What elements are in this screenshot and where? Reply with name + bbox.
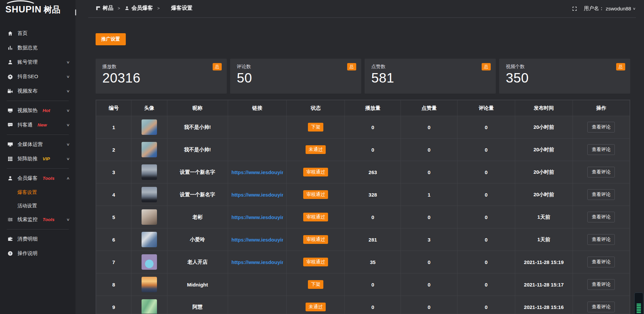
- sidebar-item[interactable]: 矩阵助推 VIP ∨: [0, 152, 75, 166]
- plays-count: 0: [345, 206, 401, 228]
- sidebar-item[interactable]: 全媒体运营 ∨: [0, 137, 75, 152]
- sidebar-item[interactable]: 会员爆客 Tools ∧: [0, 171, 75, 186]
- sidebar-item[interactable]: 爆客设置: [0, 186, 75, 199]
- chevron-icon: ∨: [66, 123, 70, 127]
- green-meter-bars: [636, 303, 641, 314]
- question-icon: [7, 251, 13, 256]
- sidebar-item-label: 全媒体运营: [17, 141, 43, 148]
- table-header-row: 编号 头像 昵称 链接 状态 播放量: [96, 100, 630, 116]
- table-row: 2 我不是小帅! 未通过 0 0 0 20小时前 查看评论: [96, 139, 630, 161]
- publish-time: 2021-11-28 15:17: [515, 273, 573, 296]
- row-number: 1: [96, 116, 131, 139]
- sidebar-item[interactable]: 抖客通 New ∨: [0, 118, 75, 132]
- sidebar-item-tag: Tools: [43, 217, 55, 222]
- likes-count: 0: [401, 161, 458, 184]
- stat-card: 视频个数 总 350: [499, 59, 630, 94]
- breadcrumb-item[interactable]: 爆客设置: [164, 5, 193, 12]
- sidebar-item-label: 线索监控: [17, 216, 38, 223]
- sidebar-item[interactable]: 账号管理 ∨: [0, 55, 75, 69]
- likes-count: 0: [401, 296, 458, 314]
- nickname: 老彬: [167, 206, 228, 228]
- table-row: 4 设置一个新名字 https://www.iesdouyin.c 审核通过 3…: [96, 184, 630, 206]
- username-menu[interactable]: 用户名：zswodun88 ∨: [584, 5, 635, 12]
- sidebar: SHUPIN树品 首页 数据总览: [0, 0, 75, 314]
- breadcrumb-item[interactable]: 会员爆客: [124, 5, 153, 12]
- sidebar-item-tag: VIP: [43, 156, 50, 161]
- view-comments-button[interactable]: 查看评论: [587, 167, 615, 177]
- nickname: 老人开店: [167, 251, 228, 273]
- view-comments-button[interactable]: 查看评论: [587, 234, 615, 245]
- sidebar-item-label: 首页: [17, 30, 28, 37]
- sidebar-item[interactable]: 抖音SEO ∨: [0, 69, 75, 84]
- likes-count: 0: [401, 206, 458, 228]
- breadcrumb-item[interactable]: 树品: [96, 5, 113, 12]
- view-comments-button[interactable]: 查看评论: [587, 302, 615, 312]
- column-header: 点赞量: [401, 100, 458, 116]
- nickname: Midnight: [167, 273, 228, 296]
- comments-count: 0: [458, 206, 515, 228]
- wallet-icon: [7, 236, 13, 242]
- avatar: [142, 187, 157, 202]
- video-link[interactable]: https://www.iesdouyin.c: [231, 192, 283, 198]
- breadcrumb-separator: >: [157, 6, 160, 11]
- status-badge: 审核通过: [303, 235, 328, 244]
- view-comments-button[interactable]: 查看评论: [587, 144, 615, 155]
- total-badge: 总: [482, 63, 491, 70]
- sidebar-item-label: 操作说明: [17, 250, 38, 257]
- fullscreen-icon[interactable]: [572, 6, 577, 11]
- publish-time: 20小时前: [515, 161, 573, 184]
- camera-icon: [7, 88, 13, 94]
- video-link[interactable]: https://www.iesdouyin.c: [231, 214, 283, 220]
- plays-count: 0: [345, 273, 401, 296]
- likes-count: 0: [401, 116, 458, 139]
- plays-count: 0: [345, 139, 401, 161]
- sidebar-item[interactable]: 视频发布 ∨: [0, 84, 75, 98]
- sidebar-item[interactable]: 线索监控 Tools ∨: [0, 212, 75, 227]
- row-number: 3: [96, 161, 131, 184]
- grid-icon: [7, 156, 13, 162]
- nickname: 小爱玲: [167, 228, 228, 251]
- row-number: 4: [96, 184, 131, 206]
- stat-value: 581: [371, 70, 489, 86]
- videos-table: 编号 头像 昵称 链接 状态 播放量: [96, 100, 630, 314]
- sidebar-item[interactable]: 首页: [0, 26, 75, 41]
- comments-count: 0: [458, 296, 515, 314]
- sidebar-item[interactable]: 视频加热 Hot ∨: [0, 103, 75, 118]
- view-comments-button[interactable]: 查看评论: [587, 212, 615, 222]
- stat-label: 点赞数: [371, 64, 489, 70]
- logo-arc: [4, 0, 37, 12]
- video-link[interactable]: https://www.iesdouyin.c: [231, 169, 283, 175]
- video-link[interactable]: https://www.iesdouyin.c: [231, 259, 283, 265]
- comments-count: 0: [458, 228, 515, 251]
- view-comments-button[interactable]: 查看评论: [587, 189, 615, 200]
- column-header: 昵称: [167, 100, 228, 116]
- view-comments-button[interactable]: 查看评论: [587, 279, 615, 290]
- sidebar-item[interactable]: 消费明细: [0, 232, 75, 246]
- comments-count: 0: [458, 251, 515, 273]
- view-comments-button[interactable]: 查看评论: [587, 257, 615, 267]
- sidebar-item[interactable]: 数据总览: [0, 41, 75, 55]
- likes-count: 0: [401, 273, 458, 296]
- table-row: 7 老人开店 https://www.iesdouyin.c 审核通过 35 0…: [96, 251, 630, 273]
- column-header: 评论量: [458, 100, 515, 116]
- person-icon: [124, 6, 129, 11]
- view-comments-button[interactable]: 查看评论: [587, 122, 615, 133]
- sidebar-item[interactable]: 操作说明: [0, 246, 75, 261]
- floating-widget[interactable]: [634, 293, 643, 314]
- status-badge: 审核通过: [303, 190, 328, 199]
- breadcrumb: 树品 > 会员爆客 > 爆客设置: [96, 5, 193, 12]
- column-header: 编号: [96, 100, 131, 116]
- chevron-icon: ∨: [66, 60, 70, 64]
- logo: SHUPIN树品: [0, 0, 75, 23]
- sidebar-item-tag: Hot: [43, 108, 50, 113]
- stat-label: 视频个数: [506, 64, 624, 70]
- dashboard-icon: [96, 6, 101, 11]
- table-row: 5 老彬 https://www.iesdouyin.c 审核通过 0 0 0 …: [96, 206, 630, 228]
- sidebar-item[interactable]: 活动设置: [0, 199, 75, 212]
- video-link[interactable]: https://www.iesdouyin.c: [231, 237, 283, 243]
- comments-count: 0: [458, 116, 515, 139]
- promo-settings-button[interactable]: 推广设置: [96, 33, 126, 45]
- sidebar-item-label: 爆客设置: [17, 189, 37, 196]
- sidebar-item-label: 视频发布: [17, 88, 38, 94]
- comments-count: 0: [458, 139, 515, 161]
